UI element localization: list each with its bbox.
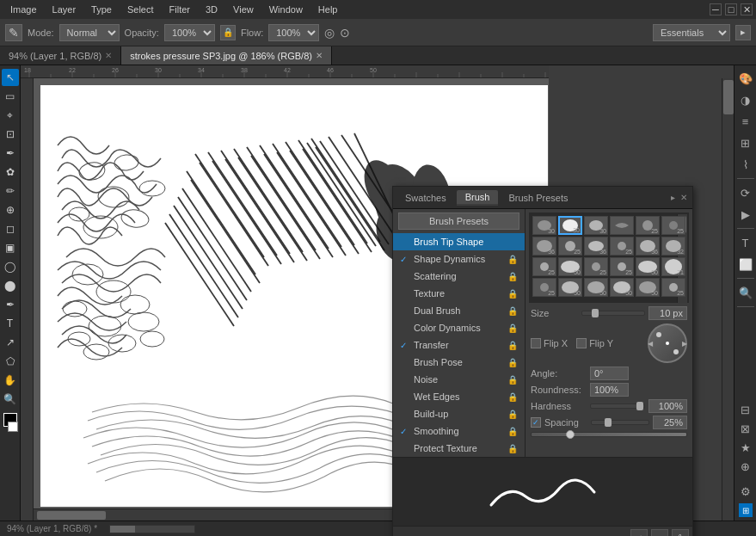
hardness-slider[interactable] bbox=[590, 404, 645, 409]
menu-help[interactable]: Help bbox=[311, 3, 345, 16]
size-slider-thumb[interactable] bbox=[592, 309, 599, 317]
tool-crop[interactable]: ⊡ bbox=[2, 126, 19, 143]
tool-blur[interactable]: ◯ bbox=[2, 258, 19, 275]
minimize-button[interactable]: ─ bbox=[710, 3, 722, 15]
canvas-scrollbar-v[interactable] bbox=[722, 78, 734, 521]
mini-bridge-icon[interactable]: ⊟ bbox=[736, 400, 755, 419]
brush-tip-13[interactable]: 50 bbox=[558, 257, 582, 276]
tab-strokes[interactable]: strokes pressure SP3.jpg @ 186% (RGB/8) … bbox=[121, 46, 332, 65]
brush-tip-1-selected[interactable]: 30 bbox=[558, 216, 582, 235]
brush-tip-3[interactable] bbox=[610, 216, 634, 235]
tool-move[interactable]: ↖ bbox=[2, 69, 19, 86]
spacing-slider-thumb[interactable] bbox=[605, 418, 612, 427]
layers-icon[interactable]: ≡ bbox=[736, 112, 755, 131]
maximize-button[interactable]: □ bbox=[725, 3, 737, 15]
history-icon[interactable]: ⟳ bbox=[736, 183, 755, 202]
list-item-brush-pose[interactable]: Brush Pose 🔒 bbox=[393, 354, 525, 371]
color-icon[interactable]: 🎨 bbox=[736, 69, 755, 88]
menu-type[interactable]: Type bbox=[84, 3, 119, 16]
menu-filter[interactable]: Filter bbox=[163, 3, 197, 16]
menu-view[interactable]: View bbox=[226, 3, 261, 16]
spacing-slider[interactable] bbox=[591, 420, 649, 425]
background-color[interactable] bbox=[8, 422, 18, 432]
tab-swatches[interactable]: Swatches bbox=[396, 191, 455, 205]
tab-brush[interactable]: Brush bbox=[457, 190, 499, 206]
brush-tip-15[interactable]: 25 bbox=[610, 257, 634, 276]
tool-spot-heal[interactable]: ✿ bbox=[2, 163, 19, 181]
menu-3d[interactable]: 3D bbox=[199, 3, 224, 16]
adjust-icon[interactable]: ◑ bbox=[736, 90, 755, 109]
menu-window[interactable]: Window bbox=[262, 3, 310, 16]
list-item-color-dynamics[interactable]: Color Dynamics 🔒 bbox=[393, 319, 525, 336]
list-item-protect-texture[interactable]: Protect Texture 🔒 bbox=[393, 440, 525, 457]
angle-wheel[interactable]: ▶ ◀ bbox=[648, 323, 687, 363]
tool-hand[interactable]: ✋ bbox=[2, 372, 19, 389]
brush-tip-4[interactable]: 25 bbox=[636, 216, 660, 235]
size-value[interactable]: 10 px bbox=[648, 306, 687, 320]
tool-dodge[interactable]: ⬤ bbox=[2, 277, 19, 294]
timeline-icon[interactable]: ⊠ bbox=[736, 419, 755, 438]
brush-tip-9[interactable]: 25 bbox=[610, 237, 634, 256]
list-item-scattering[interactable]: Scattering 🔒 bbox=[393, 268, 525, 285]
tab-close-0[interactable]: ✕ bbox=[105, 51, 112, 60]
list-item-smoothing[interactable]: ✓ Smoothing 🔒 bbox=[393, 422, 525, 440]
list-item-brush-tip[interactable]: Brush Tip Shape bbox=[393, 233, 525, 250]
size-slider[interactable] bbox=[581, 311, 645, 316]
opacity-lock-icon[interactable]: 🔒 bbox=[220, 25, 236, 40]
brush-tip-6[interactable]: 36 bbox=[532, 237, 556, 256]
tab-layer1[interactable]: 94% (Layer 1, RGB/8) ✕ bbox=[0, 46, 121, 65]
actions-icon[interactable]: ▶ bbox=[736, 205, 755, 224]
properties-icon[interactable]: ⊕ bbox=[736, 457, 755, 476]
panel-bottom-trash-icon[interactable]: 🗑 bbox=[672, 529, 689, 536]
brush-tip-10[interactable]: 36 bbox=[636, 237, 660, 256]
brush-tip-17[interactable]: 71 bbox=[661, 257, 685, 276]
canvas-scrollthumb-h[interactable] bbox=[37, 511, 106, 520]
brush-tip-8[interactable]: 36 bbox=[584, 237, 608, 256]
list-item-wet-edges[interactable]: Wet Edges 🔒 bbox=[393, 388, 525, 405]
brush-tip-14[interactable]: 25 bbox=[584, 257, 608, 276]
brush-tip-7[interactable]: 25 bbox=[558, 237, 582, 256]
tool-type[interactable]: T bbox=[2, 315, 19, 332]
tool-eyedropper[interactable]: ✒ bbox=[2, 145, 19, 162]
panel-bottom-new-icon[interactable]: □ bbox=[651, 529, 668, 536]
tool-shape[interactable]: ⬠ bbox=[2, 353, 19, 370]
brush-tip-5[interactable]: 25 bbox=[661, 216, 685, 235]
windows-icon[interactable]: ⊞ bbox=[739, 503, 753, 517]
styles-icon[interactable]: ★ bbox=[736, 438, 755, 457]
font-icon[interactable]: T bbox=[736, 233, 755, 252]
tool-zoom[interactable]: 🔍 bbox=[2, 391, 19, 408]
flip-x-checkbox[interactable] bbox=[531, 338, 541, 348]
brush-tip-16[interactable]: 50 bbox=[636, 257, 660, 276]
tab-presets[interactable]: Brush Presets bbox=[500, 191, 576, 205]
spacing-checkbox[interactable]: ✓ bbox=[531, 417, 541, 428]
search-icon[interactable]: 🔍 bbox=[736, 283, 755, 302]
tool-gradient[interactable]: ▣ bbox=[2, 239, 19, 256]
channels-icon[interactable]: ⊞ bbox=[736, 133, 755, 152]
airbrush-icon[interactable]: ◎ bbox=[324, 26, 335, 40]
paths-icon[interactable]: ⌇ bbox=[736, 155, 755, 174]
brush-tip-12[interactable]: 25 bbox=[532, 257, 556, 276]
list-item-transfer[interactable]: ✓ Transfer 🔒 bbox=[393, 336, 525, 354]
spacing-gradient-thumb[interactable] bbox=[566, 430, 575, 439]
panel-menu-icon[interactable]: ▸ bbox=[669, 191, 677, 204]
menu-layer[interactable]: Layer bbox=[46, 3, 83, 16]
spacing-value[interactable]: 25% bbox=[653, 416, 687, 429]
brush-tip-20[interactable]: 50 bbox=[584, 278, 608, 297]
brush-tip-18[interactable]: 25 bbox=[532, 278, 556, 297]
brush-tip-2[interactable]: 30 bbox=[584, 216, 608, 235]
close-button[interactable]: ✕ bbox=[741, 3, 753, 15]
tool-eraser[interactable]: ◻ bbox=[2, 220, 19, 237]
panel-close-icon[interactable]: ✕ bbox=[679, 191, 689, 204]
hardness-value[interactable]: 100% bbox=[648, 399, 687, 413]
menu-image[interactable]: Image bbox=[3, 3, 44, 16]
pressure-icon[interactable]: ⊙ bbox=[340, 26, 350, 40]
panel-bottom-check-icon[interactable]: ✓ bbox=[630, 529, 648, 536]
brush-tip-19[interactable]: 50 bbox=[558, 278, 582, 297]
brush-tip-21[interactable]: 50 bbox=[610, 278, 634, 297]
tool-path-select[interactable]: ↗ bbox=[2, 334, 19, 351]
roundness-value[interactable]: 100% bbox=[590, 383, 629, 397]
expand-icon[interactable]: ▸ bbox=[735, 25, 751, 40]
tool-brush[interactable]: ✏ bbox=[2, 182, 19, 200]
brush-tip-23[interactable]: 25 bbox=[661, 278, 685, 297]
flow-select[interactable]: 100% bbox=[268, 24, 319, 41]
